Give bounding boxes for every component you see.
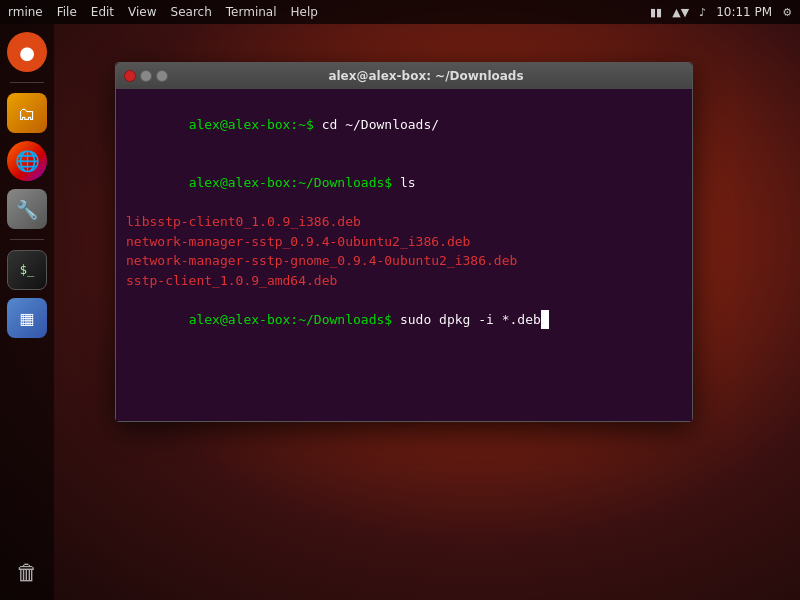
menu-search[interactable]: Search <box>171 5 212 19</box>
menu-help[interactable]: Help <box>291 5 318 19</box>
trash-icon: 🗑 <box>16 560 38 585</box>
launcher: ● 🗂 🌐 🔧 $_ ▦ 🗑 <box>0 24 54 600</box>
menubar-right: ▮▮ ▲▼ ♪ 10:11 PM ⚙ <box>650 5 792 19</box>
terminal-line-1: alex@alex-box:~$ cd ~/Downloads/ <box>126 95 682 154</box>
desktop: rmine File Edit View Search Terminal Hel… <box>0 0 800 600</box>
term-cmd-1: cd ~/Downloads/ <box>322 117 439 132</box>
clock: 10:11 PM <box>716 5 772 19</box>
battery-icon: ▮▮ <box>650 6 662 19</box>
menubar: rmine File Edit View Search Terminal Hel… <box>0 0 800 24</box>
volume-icon: ♪ <box>699 6 706 19</box>
settings-icon[interactable]: ⚙ <box>782 6 792 19</box>
term-prompt-1: alex@alex-box:~$ <box>189 117 322 132</box>
terminal-window[interactable]: alex@alex-box: ~/Downloads alex@alex-box… <box>115 62 693 422</box>
close-button[interactable] <box>124 70 136 82</box>
launcher-item-firefox[interactable]: 🌐 <box>7 141 47 181</box>
launcher-item-files2[interactable]: ▦ <box>7 298 47 338</box>
files2-icon: ▦ <box>19 309 34 328</box>
term-cursor <box>541 310 549 330</box>
terminal-file-4: sstp-client_1.0.9_amd64.deb <box>126 271 682 291</box>
terminal-title: alex@alex-box: ~/Downloads <box>168 69 684 83</box>
terminal-body[interactable]: alex@alex-box:~$ cd ~/Downloads/ alex@al… <box>116 89 692 421</box>
menu-terminal[interactable]: Terminal <box>226 5 277 19</box>
minimize-button[interactable] <box>140 70 152 82</box>
launcher-item-ubuntu[interactable]: ● <box>7 32 47 72</box>
firefox-icon: 🌐 <box>15 149 40 173</box>
settings-icon: 🔧 <box>16 199 38 220</box>
launcher-trash[interactable]: 🗑 <box>7 552 47 592</box>
menu-edit[interactable]: Edit <box>91 5 114 19</box>
term-cmd-2: ls <box>400 175 416 190</box>
terminal-file-2: network-manager-sstp_0.9.4-0ubuntu2_i386… <box>126 232 682 252</box>
app-name: rmine <box>8 5 43 19</box>
term-cmd-last: sudo dpkg -i *.deb <box>400 312 541 327</box>
terminal-line-last: alex@alex-box:~/Downloads$ sudo dpkg -i … <box>126 290 682 349</box>
launcher-item-files[interactable]: 🗂 <box>7 93 47 133</box>
window-buttons <box>124 70 168 82</box>
terminal-file-3: network-manager-sstp-gnome_0.9.4-0ubuntu… <box>126 251 682 271</box>
launcher-item-terminal[interactable]: $_ <box>7 250 47 290</box>
menubar-left: rmine File Edit View Search Terminal Hel… <box>8 5 318 19</box>
term-prompt-2: alex@alex-box:~/Downloads$ <box>189 175 400 190</box>
maximize-button[interactable] <box>156 70 168 82</box>
files-icon: 🗂 <box>18 103 36 124</box>
network-icon: ▲▼ <box>672 6 689 19</box>
launcher-separator-2 <box>10 239 44 240</box>
launcher-separator <box>10 82 44 83</box>
terminal-titlebar: alex@alex-box: ~/Downloads <box>116 63 692 89</box>
launcher-item-settings[interactable]: 🔧 <box>7 189 47 229</box>
menu-file[interactable]: File <box>57 5 77 19</box>
menu-view[interactable]: View <box>128 5 156 19</box>
terminal-line-2: alex@alex-box:~/Downloads$ ls <box>126 154 682 213</box>
term-prompt-last: alex@alex-box:~/Downloads$ <box>189 312 400 327</box>
terminal-icon: $_ <box>20 263 34 277</box>
terminal-file-1: libsstp-client0_1.0.9_i386.deb <box>126 212 682 232</box>
ubuntu-icon: ● <box>19 42 35 63</box>
